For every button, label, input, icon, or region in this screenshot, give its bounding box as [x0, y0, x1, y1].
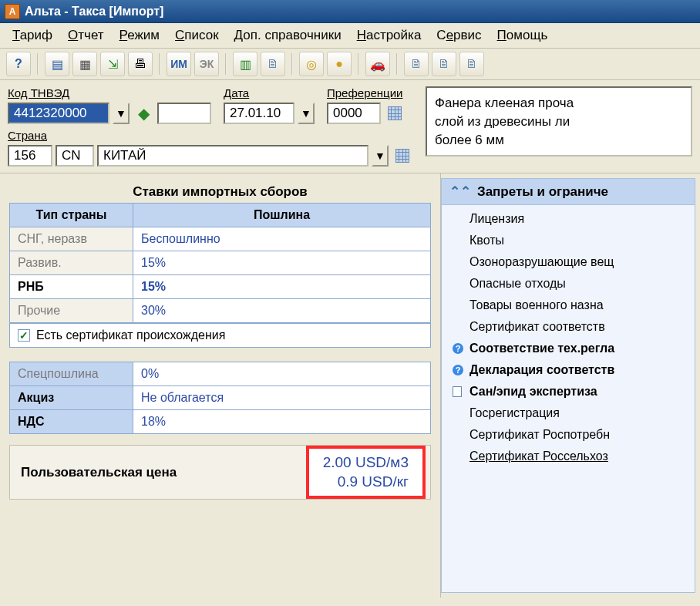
list-item[interactable]: Квоты	[442, 230, 695, 251]
list-item[interactable]: Сертификат Роспотребн	[442, 424, 695, 446]
list-item[interactable]: Сертификат Россельхоз	[442, 446, 695, 467]
menu-report[interactable]: Отчет	[62, 26, 110, 45]
tnved-label: Код ТНВЭД	[8, 86, 211, 99]
table-row[interactable]: НДС 18%	[10, 410, 431, 434]
date-dropdown[interactable]: ▼	[298, 103, 315, 124]
country-iso-input[interactable]	[56, 145, 94, 167]
list-item[interactable]: Сан/эпид экспертиза	[442, 381, 695, 402]
window-title: Альта - Такса [Импорт]	[25, 5, 163, 19]
table-row[interactable]: СНГ, неразв Беспошлинно	[10, 227, 431, 251]
help-icon: ?	[453, 343, 463, 354]
tb-import-mode[interactable]: ИМ	[167, 52, 191, 76]
list-item[interactable]: Товары военного назна	[442, 295, 695, 316]
menu-extra[interactable]: Доп. справочники	[228, 26, 348, 45]
doc-icon: 🗎	[267, 57, 279, 71]
book-icon: ▤	[52, 57, 63, 72]
user-price-values: 2.00 USD/м3 0.9 USD/кг	[306, 446, 426, 499]
user-price-label: Пользовательская цена	[10, 451, 187, 494]
country-code-input[interactable]	[8, 145, 52, 167]
list-item[interactable]: Госрегистрация	[442, 402, 695, 424]
notes-icon: ▥	[240, 57, 251, 72]
collapse-icon: ⌃⌃	[449, 183, 471, 200]
pref-input[interactable]	[327, 103, 381, 124]
table-row[interactable]: Акциз Не облагается	[10, 386, 431, 410]
list-item[interactable]: Сертификат соответств	[442, 316, 695, 338]
menu-mode[interactable]: Режим	[113, 26, 166, 45]
export-icon: ⇲	[108, 57, 118, 72]
table-row[interactable]: Развив. 15%	[10, 251, 431, 275]
extra-table: Спецпошлина 0% Акциз Не облагается НДС 1…	[9, 362, 431, 434]
chevron-down-icon: ▼	[375, 150, 385, 162]
tnved-lookup[interactable]: ◆	[133, 103, 154, 124]
table-row[interactable]: РНБ 15%	[10, 275, 431, 299]
calculator-icon: ▦	[79, 57, 91, 72]
pref-grid[interactable]	[384, 103, 406, 124]
restrictions-header[interactable]: ⌃⌃ Запреты и ограниче	[442, 179, 695, 205]
cert-label: Есть сертификат происхождения	[36, 328, 225, 342]
ek-label: ЭК	[198, 58, 216, 70]
tb-doc1[interactable]: 🗎	[261, 52, 285, 76]
grid-icon	[395, 149, 409, 163]
doc-icon	[453, 386, 462, 397]
tb-book[interactable]: ▤	[45, 52, 69, 76]
list-item[interactable]: Опасные отходы	[442, 273, 695, 295]
restrictions-pane: ⌃⌃ Запреты и ограниче Лицензия Квоты Озо…	[441, 178, 695, 593]
tb-car[interactable]: 🚗	[365, 52, 390, 76]
list-item[interactable]: Озоноразрушающие вещ	[442, 251, 695, 273]
menu-list[interactable]: Список	[169, 26, 225, 45]
toolbar-separator	[396, 53, 398, 75]
menu-settings[interactable]: Настройка	[351, 26, 428, 45]
tnved-dropdown[interactable]: ▼	[113, 103, 130, 124]
chevron-down-icon: ▼	[116, 107, 126, 120]
rates-header-duty: Пошлина	[133, 204, 431, 227]
tb-notes[interactable]: ▥	[233, 52, 257, 76]
left-pane: Ставки импортных сборов Тип страны Пошли…	[0, 173, 441, 598]
restrictions-list: Лицензия Квоты Озоноразрушающие вещ Опас…	[442, 205, 695, 470]
form-area: Код ТНВЭД ▼ ◆ Дата ▼ Преференции	[0, 80, 700, 173]
page-icon: 🗎	[438, 57, 450, 71]
toolbar-separator	[225, 53, 227, 75]
tb-coins[interactable]: ◎	[299, 52, 324, 76]
date-input[interactable]	[224, 103, 294, 124]
list-item[interactable]: ?Декларация соответств	[442, 359, 695, 381]
menu-service[interactable]: Сервис	[430, 26, 487, 45]
toolbar-separator	[291, 53, 293, 75]
list-item[interactable]: Лицензия	[442, 208, 695, 230]
country-grid[interactable]	[392, 145, 413, 167]
printer-icon: 🖶	[134, 57, 146, 71]
tnved-input[interactable]	[8, 103, 109, 124]
cert-checkbox[interactable]: ✓	[18, 329, 30, 342]
toolbar: ? ▤ ▦ ⇲ 🖶 ИМ ЭК ▥ 🗎 ◎ ● 🚗 🗎 🗎 🗎	[0, 49, 700, 80]
titlebar: А Альта - Такса [Импорт]	[0, 0, 700, 23]
table-row[interactable]: Спецпошлина 0%	[10, 362, 431, 386]
tb-page3[interactable]: 🗎	[459, 52, 484, 76]
tb-medal[interactable]: ●	[327, 52, 352, 76]
rates-table: Тип страны Пошлина СНГ, неразв Беспошлин…	[9, 203, 431, 323]
cert-origin-row[interactable]: ✓ Есть сертификат происхождения	[9, 323, 431, 348]
main-split: Ставки импортных сборов Тип страны Пошли…	[0, 173, 700, 598]
car-icon: 🚗	[370, 57, 385, 72]
medal-icon: ●	[335, 57, 343, 71]
rates-header-type: Тип страны	[10, 204, 133, 227]
date-label: Дата	[224, 86, 315, 99]
country-dropdown[interactable]: ▼	[372, 145, 389, 167]
table-row[interactable]: Прочие 30%	[10, 299, 431, 323]
tnved-extra-input[interactable]	[157, 103, 211, 124]
country-name-input[interactable]	[97, 145, 369, 167]
help-icon: ?	[453, 365, 463, 375]
tb-page2[interactable]: 🗎	[432, 52, 456, 76]
toolbar-separator	[37, 53, 39, 75]
tb-print[interactable]: 🖶	[128, 52, 153, 76]
page-icon: 🗎	[410, 57, 422, 71]
rates-title: Ставки импортных сборов	[9, 181, 431, 203]
tb-export-mode[interactable]: ЭК	[194, 52, 219, 76]
tb-calc[interactable]: ▦	[72, 52, 97, 76]
menu-help[interactable]: Помощь	[491, 26, 554, 45]
country-label: Страна	[8, 129, 413, 142]
toolbar-separator	[159, 53, 160, 75]
tb-help[interactable]: ?	[6, 52, 31, 76]
menu-tariff[interactable]: Тариф	[6, 26, 59, 45]
list-item[interactable]: ?Соответствие тех.регла	[442, 338, 695, 359]
tb-page1[interactable]: 🗎	[404, 52, 429, 76]
tb-export[interactable]: ⇲	[100, 52, 125, 76]
